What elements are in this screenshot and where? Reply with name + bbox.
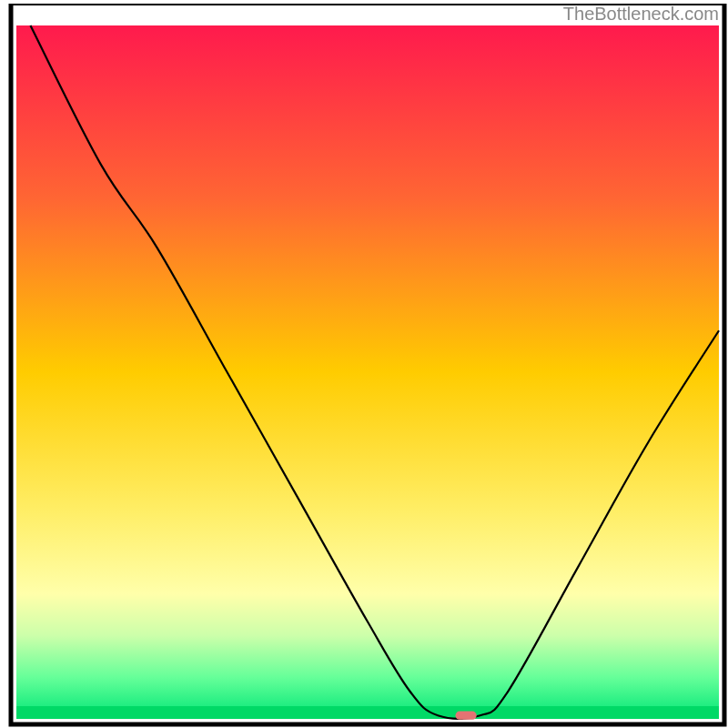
chart-container: TheBottleneck.com	[0, 0, 728, 728]
gradient-background	[16, 25, 719, 719]
bottleneck-chart	[0, 0, 728, 728]
green-bottom-strip	[16, 706, 719, 719]
optimal-marker	[456, 712, 477, 720]
watermark-text: TheBottleneck.com	[563, 4, 719, 25]
